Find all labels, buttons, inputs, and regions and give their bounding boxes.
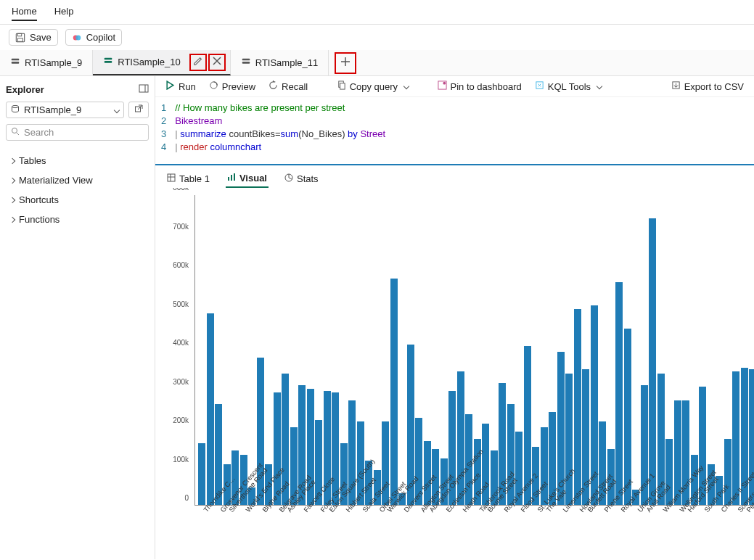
rename-tab-button[interactable]	[189, 54, 207, 71]
results-tab-stats[interactable]: Stats	[283, 170, 320, 188]
pin-dashboard-button[interactable]: Pin to dashboard	[438, 81, 522, 92]
query-action-bar: Run Preview Recall | Copy query | Pin to…	[155, 76, 754, 97]
preview-icon	[209, 81, 218, 92]
tab-rtisample-9[interactable]: RTISample_9	[0, 50, 93, 75]
recall-label: Recall	[282, 81, 308, 92]
svg-point-4	[75, 35, 81, 40]
menu-home[interactable]: Home	[12, 3, 37, 21]
database-icon	[11, 104, 20, 115]
chevron-down-icon	[403, 83, 409, 89]
svg-rect-9	[242, 59, 250, 61]
database-name: RTISample_9	[24, 104, 81, 115]
kql-label: KQL Tools	[548, 81, 591, 92]
kql-tools-button[interactable]: KQL Tools	[535, 81, 602, 92]
results-tabs: Table 1 Visual Stats	[155, 164, 754, 188]
sidebar-item-matview[interactable]: Materialized View	[6, 170, 149, 190]
y-tick: 700k	[160, 222, 189, 230]
explorer-title: Explorer	[6, 84, 44, 95]
gutter: 1234	[161, 102, 175, 154]
chevron-down-icon	[114, 107, 120, 112]
menu-help[interactable]: Help	[54, 3, 74, 21]
query-editor[interactable]: 1234 // How many bikes are present per s…	[155, 97, 754, 164]
svg-rect-5	[12, 59, 20, 61]
export-csv-button[interactable]: Export to CSV	[671, 81, 744, 92]
bar	[615, 282, 623, 505]
sidebar-item-label: Functions	[19, 214, 60, 225]
chevron-right-icon	[9, 197, 15, 202]
explorer-panel: Explorer RTISample_9 Search Tables Mater…	[0, 76, 155, 559]
sidebar-item-shortcuts[interactable]: Shortcuts	[6, 190, 149, 210]
collapse-panel-icon[interactable]	[139, 83, 149, 96]
sidebar-item-functions[interactable]: Functions	[6, 210, 149, 229]
svg-rect-0	[16, 33, 24, 41]
stats-icon	[284, 173, 293, 184]
table-icon	[167, 173, 176, 184]
tab-label: RTISample_9	[25, 57, 82, 68]
chevron-down-icon	[597, 83, 602, 89]
svg-point-15	[12, 128, 17, 133]
tab-bar: RTISample_9 RTISample_10 RTISample_11	[0, 50, 754, 76]
save-icon	[15, 33, 25, 43]
chart-icon	[227, 173, 236, 184]
export-label: Export to CSV	[684, 81, 744, 92]
bar	[198, 443, 205, 505]
close-icon	[213, 57, 221, 67]
copilot-button[interactable]: Copilot	[65, 29, 122, 46]
open-external-button[interactable]	[128, 102, 149, 118]
run-label: Run	[179, 81, 196, 92]
explorer-search[interactable]: Search	[6, 124, 149, 141]
y-tick: 800k	[160, 188, 189, 192]
preview-button[interactable]: Preview	[209, 81, 255, 92]
y-axis: 0100k200k300k400k500k600k700k800k	[160, 195, 189, 506]
play-icon	[165, 81, 175, 92]
tab-actions	[189, 54, 226, 71]
close-tab-button[interactable]	[208, 54, 226, 71]
bar	[649, 218, 656, 505]
y-tick: 0	[160, 494, 189, 502]
svg-rect-29	[234, 173, 235, 181]
svg-rect-24	[168, 174, 175, 181]
svg-line-16	[17, 133, 19, 135]
y-tick: 400k	[160, 339, 189, 347]
save-label: Save	[30, 32, 52, 43]
svg-rect-27	[228, 177, 229, 181]
dataset-icon	[103, 56, 113, 68]
bar	[207, 313, 214, 505]
pin-label: Pin to dashboard	[451, 81, 522, 92]
svg-rect-1	[18, 33, 22, 36]
svg-rect-11	[139, 85, 148, 92]
tab-label: RTISample_10	[118, 57, 180, 67]
results-tab-table[interactable]: Table 1	[165, 170, 211, 188]
tab-rtisample-11[interactable]: RTISample_11	[231, 50, 329, 75]
code: // How many bikes are present per street…	[175, 102, 385, 154]
sidebar-item-label: Shortcuts	[19, 194, 59, 205]
copy-query-button[interactable]: Copy query	[337, 81, 409, 92]
save-button[interactable]: Save	[9, 29, 58, 46]
sidebar-item-label: Materialized View	[19, 175, 93, 186]
search-icon	[11, 127, 20, 138]
svg-rect-6	[12, 62, 20, 64]
recall-icon	[269, 81, 278, 92]
recall-button[interactable]: Recall	[269, 81, 308, 92]
database-select[interactable]: RTISample_9	[6, 102, 124, 118]
new-tab-button[interactable]	[335, 52, 356, 74]
open-external-icon	[134, 104, 143, 115]
run-button[interactable]: Run	[165, 81, 196, 92]
svg-point-13	[12, 105, 19, 107]
new-tab-wrap	[329, 50, 362, 75]
chevron-right-icon	[9, 157, 15, 163]
svg-rect-7	[105, 58, 112, 60]
y-tick: 300k	[160, 377, 189, 385]
y-tick: 600k	[160, 261, 189, 269]
main-area: Run Preview Recall | Copy query | Pin to…	[155, 76, 754, 559]
tools-icon	[535, 81, 544, 92]
svg-rect-10	[242, 62, 250, 64]
dataset-icon	[241, 57, 251, 69]
tab-rtisample-10[interactable]: RTISample_10	[93, 50, 230, 75]
results-tab-visual[interactable]: Visual	[226, 170, 269, 188]
bar	[390, 279, 398, 505]
chevron-right-icon	[9, 177, 15, 183]
toolbar: Save Copilot	[0, 25, 754, 50]
x-axis: Thorndike C…Grosvenor CrescentSilverthor…	[194, 506, 754, 559]
sidebar-item-tables[interactable]: Tables	[6, 151, 149, 170]
